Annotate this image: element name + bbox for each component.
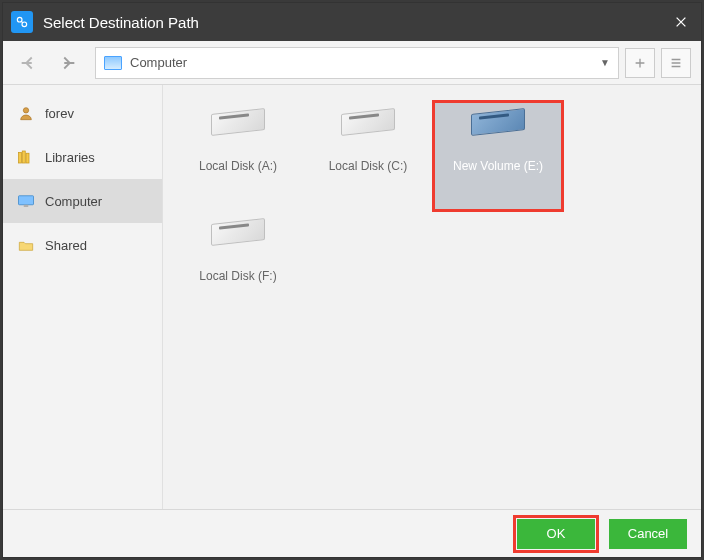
svg-point-1 bbox=[22, 22, 27, 27]
disk-icon bbox=[341, 111, 395, 145]
dialog-window: Select Destination Path Computer ▼ bbox=[2, 2, 702, 558]
view-list-button[interactable] bbox=[661, 48, 691, 78]
disk-icon bbox=[211, 111, 265, 145]
drive-label: Local Disk (A:) bbox=[199, 159, 277, 173]
sidebar-item-label: forev bbox=[45, 106, 74, 121]
ok-button[interactable]: OK bbox=[517, 519, 595, 549]
disk-icon bbox=[211, 221, 265, 255]
libraries-icon bbox=[17, 148, 35, 166]
new-folder-button[interactable] bbox=[625, 48, 655, 78]
sidebar-item-shared[interactable]: Shared bbox=[3, 223, 162, 267]
shared-folder-icon bbox=[17, 236, 35, 254]
svg-point-0 bbox=[17, 17, 22, 22]
path-bar[interactable]: Computer ▼ bbox=[95, 47, 619, 79]
cancel-button[interactable]: Cancel bbox=[609, 519, 687, 549]
dialog-title: Select Destination Path bbox=[43, 14, 661, 31]
sidebar-item-label: Computer bbox=[45, 194, 102, 209]
computer-icon bbox=[104, 56, 122, 70]
chevron-down-icon[interactable]: ▼ bbox=[600, 57, 610, 68]
content-area: Local Disk (A:) Local Disk (C:) New Volu… bbox=[163, 85, 701, 509]
sidebar-item-label: Shared bbox=[45, 238, 87, 253]
svg-point-2 bbox=[23, 108, 28, 113]
svg-rect-3 bbox=[19, 153, 22, 164]
svg-rect-5 bbox=[26, 153, 29, 163]
drive-item-selected[interactable]: New Volume (E:) bbox=[433, 101, 563, 211]
titlebar: Select Destination Path bbox=[3, 3, 701, 41]
svg-rect-6 bbox=[19, 196, 34, 205]
close-button[interactable] bbox=[661, 3, 701, 41]
drive-item[interactable]: Local Disk (A:) bbox=[173, 101, 303, 211]
svg-rect-7 bbox=[24, 205, 29, 207]
drive-label: Local Disk (F:) bbox=[199, 269, 276, 283]
drive-item[interactable]: Local Disk (F:) bbox=[173, 211, 303, 321]
drive-label: New Volume (E:) bbox=[453, 159, 543, 173]
sidebar-item-user[interactable]: forev bbox=[3, 91, 162, 135]
user-icon bbox=[17, 104, 35, 122]
sidebar: forev Libraries Computer Shared bbox=[3, 85, 163, 509]
body: forev Libraries Computer Shared bbox=[3, 85, 701, 509]
svg-rect-4 bbox=[22, 151, 25, 163]
footer: OK Cancel bbox=[3, 509, 701, 557]
drive-label: Local Disk (C:) bbox=[329, 159, 408, 173]
sidebar-item-label: Libraries bbox=[45, 150, 95, 165]
app-icon bbox=[11, 11, 33, 33]
back-button[interactable] bbox=[13, 47, 45, 79]
computer-icon bbox=[17, 192, 35, 210]
sidebar-item-computer[interactable]: Computer bbox=[3, 179, 162, 223]
disk-icon bbox=[471, 111, 525, 145]
drive-item[interactable]: Local Disk (C:) bbox=[303, 101, 433, 211]
toolbar: Computer ▼ bbox=[3, 41, 701, 85]
path-location: Computer bbox=[130, 55, 187, 70]
sidebar-item-libraries[interactable]: Libraries bbox=[3, 135, 162, 179]
forward-button[interactable] bbox=[51, 47, 83, 79]
